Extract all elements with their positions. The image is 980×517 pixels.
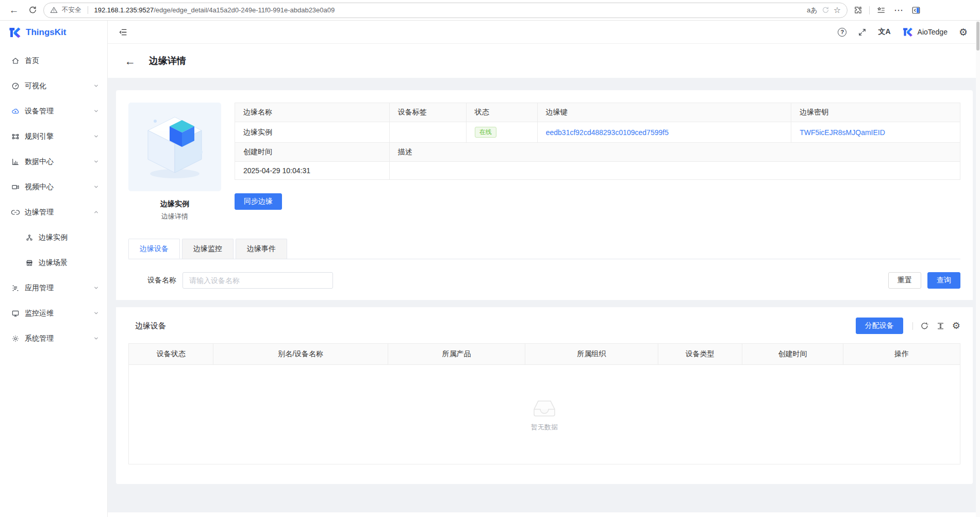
sidebar-item-label: 设备管理 — [25, 107, 54, 116]
sidebar-item-label: 视频中心 — [25, 182, 54, 192]
settings-gear-icon[interactable]: ⚙ — [959, 27, 968, 37]
sidebar-collapse-icon[interactable] — [118, 27, 128, 37]
edge-image-panel: 边缘实例 边缘详情 — [128, 103, 221, 221]
col-alias-name[interactable]: 别名/设备名称 — [213, 344, 388, 364]
sidebar-panel-icon[interactable] — [909, 3, 923, 18]
device-search-bar: 设备名称 重置 查询 — [128, 259, 960, 300]
bar-chart-icon — [11, 157, 20, 166]
device-tag-value — [389, 122, 466, 143]
status-badge: 在线 — [475, 127, 496, 138]
not-secure-warning-icon — [50, 6, 58, 14]
thingskit-logo-icon — [8, 26, 22, 39]
app-header: ? 文A AioTedge — [108, 21, 980, 44]
help-icon[interactable]: ? — [838, 28, 846, 37]
created-value: 2025-04-29 10:04:31 — [235, 162, 390, 180]
reader-icon[interactable] — [822, 6, 829, 14]
col-created-time[interactable]: 创建时间 — [742, 344, 844, 364]
back-icon[interactable]: ← — [125, 56, 136, 66]
sidebar-item-label: 应用管理 — [25, 283, 54, 293]
monitor-icon — [11, 309, 20, 318]
col-device-type[interactable]: 设备类型 — [658, 344, 742, 364]
fullscreen-icon[interactable] — [858, 28, 867, 37]
device-table-header: 设备状态 别名/设备名称 所属产品 所属组织 设备类型 创建时间 操作 — [129, 344, 960, 364]
edge-cube-image — [128, 103, 221, 191]
row-height-icon[interactable] — [936, 322, 945, 330]
favorites-bar-icon[interactable] — [874, 3, 888, 18]
rule-frame-icon — [11, 132, 20, 141]
page-scrollbar[interactable] — [976, 21, 980, 517]
sidebar-item-home[interactable]: 首页 — [0, 48, 107, 73]
col-organization[interactable]: 所属组织 — [525, 344, 658, 364]
device-name-label: 设备名称 — [147, 276, 176, 285]
query-button[interactable]: 查询 — [927, 272, 960, 289]
edge-caption-subtitle: 边缘详情 — [128, 212, 221, 221]
edge-detail-card: 边缘实例 边缘详情 边缘名称 设备标签 状态 边缘键 — [116, 90, 973, 484]
column-settings-gear-icon[interactable]: ⚙ — [952, 321, 960, 330]
col-actions[interactable]: 操作 — [843, 344, 960, 364]
chevron-down-icon — [93, 285, 99, 291]
sidebar-item-video-center[interactable]: 视频中心 — [0, 174, 107, 199]
app-list-icon — [11, 283, 20, 292]
tenant-switcher[interactable]: AioTedge — [902, 26, 948, 38]
edge-caption-title: 边缘实例 — [128, 199, 221, 209]
scrollbar-thumb[interactable] — [976, 22, 979, 51]
not-secure-label[interactable]: 不安全 — [62, 6, 81, 14]
gauge-icon — [11, 81, 20, 90]
chevron-up-icon — [93, 209, 99, 215]
section-divider — [116, 300, 973, 307]
refresh-table-icon[interactable] — [920, 322, 929, 330]
sidebar: ThingsKit 首页 可视化 设备管理 — [0, 21, 108, 517]
chevron-down-icon — [93, 108, 99, 114]
description-value — [389, 162, 960, 180]
favorite-star-icon[interactable]: ☆ — [834, 5, 841, 15]
chevron-down-icon — [93, 83, 99, 89]
empty-inbox-icon — [530, 397, 558, 418]
col-product[interactable]: 所属产品 — [388, 344, 525, 364]
sidebar-item-visualization[interactable]: 可视化 — [0, 73, 107, 98]
refresh-icon — [28, 6, 37, 14]
sidebar-item-label: 可视化 — [25, 81, 46, 91]
created-label: 创建时间 — [235, 143, 390, 162]
tab-edge-devices[interactable]: 边缘设备 — [128, 239, 180, 259]
sidebar-item-data-center[interactable]: 数据中心 — [0, 149, 107, 174]
reset-button[interactable]: 重置 — [888, 272, 921, 289]
edge-key-value[interactable]: eedb31cf92cd488293c0109ced7599f5 — [546, 128, 669, 137]
tab-edge-monitoring[interactable]: 边缘监控 — [182, 239, 234, 259]
tenant-name: AioTedge — [918, 28, 948, 36]
bottom-strip — [108, 512, 980, 517]
sidebar-item-app-management[interactable]: 应用管理 — [0, 275, 107, 301]
sidebar-item-label: 边缘管理 — [25, 208, 54, 217]
edge-info-table: 边缘名称 设备标签 状态 边缘键 边缘密钥 边缘实例 在线 — [235, 103, 960, 180]
sidebar-item-label: 规则引擎 — [25, 132, 54, 141]
brand-logo[interactable]: ThingsKit — [0, 21, 107, 44]
main-area: ? 文A AioTedge — [108, 21, 980, 517]
sidebar-item-rule-engine[interactable]: 规则引擎 — [0, 124, 107, 149]
col-device-status[interactable]: 设备状态 — [129, 344, 213, 364]
sidebar-item-system-management[interactable]: 系统管理 — [0, 326, 107, 351]
edge-secret-value[interactable]: TWF5icEJR8sMJQamIEID — [800, 128, 885, 137]
chevron-down-icon — [93, 336, 99, 341]
sidebar-item-label: 边缘实例 — [39, 233, 68, 242]
sidebar-item-device-management[interactable]: 设备管理 — [0, 98, 107, 124]
edge-secret-label: 边缘密钥 — [791, 103, 960, 122]
translate-page-icon[interactable]: aあ — [807, 6, 818, 15]
sidebar-item-edge-management[interactable]: 边缘管理 — [0, 199, 107, 225]
device-name-input[interactable] — [182, 272, 333, 289]
empty-state: 暂无数据 — [129, 364, 960, 464]
sync-edge-button[interactable]: 同步边缘 — [235, 193, 282, 210]
browser-menu-icon[interactable]: ⋯ — [891, 3, 906, 18]
assign-device-button[interactable]: 分配设备 — [856, 318, 903, 334]
sidebar-menu: 首页 可视化 设备管理 规则引擎 — [0, 44, 107, 351]
header-actions: ? 文A AioTedge — [838, 26, 968, 38]
browser-refresh-button[interactable] — [25, 3, 40, 18]
sidebar-item-edge-scene[interactable]: 边缘场景 — [0, 250, 107, 275]
language-switch-icon[interactable]: 文A — [878, 27, 890, 37]
page-content: 边缘实例 边缘详情 边缘名称 设备标签 状态 边缘键 — [108, 78, 980, 517]
tab-edge-events[interactable]: 边缘事件 — [236, 239, 287, 259]
browser-back-button[interactable]: ← — [6, 3, 22, 18]
url-text[interactable]: 192.168.1.235:9527/edge/edge_detail/4a15… — [94, 6, 803, 14]
sidebar-item-edge-instance[interactable]: 边缘实例 — [0, 225, 107, 250]
extensions-icon[interactable] — [851, 3, 865, 18]
address-bar[interactable]: 不安全 192.168.1.235:9527/edge/edge_detail/… — [43, 3, 848, 18]
sidebar-item-monitoring-ops[interactable]: 监控运维 — [0, 301, 107, 326]
